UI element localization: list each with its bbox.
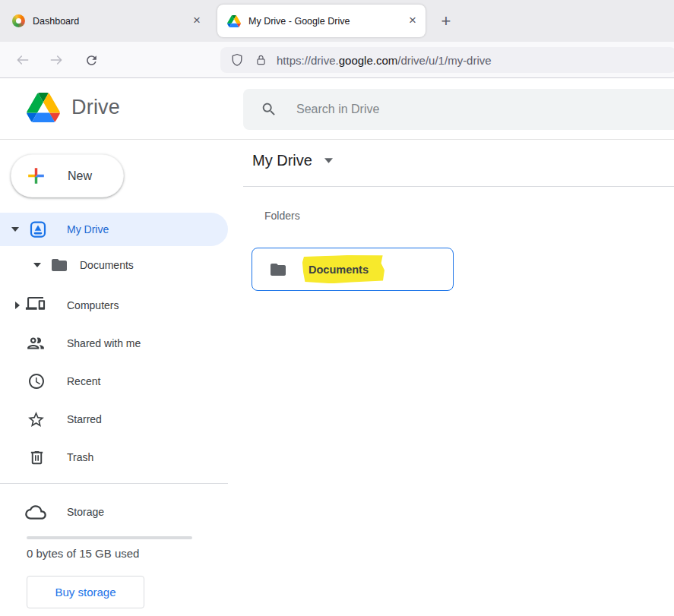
- sidebar-item-label: Recent: [67, 375, 100, 387]
- new-tab-button[interactable]: +: [435, 10, 457, 33]
- close-icon[interactable]: ×: [403, 14, 426, 28]
- buy-storage-button[interactable]: Buy storage: [27, 576, 144, 608]
- tab-my-drive[interactable]: My Drive - Google Drive ×: [217, 5, 426, 37]
- chevron-down-icon[interactable]: [10, 227, 21, 232]
- main-content: My Drive Folders Documents: [228, 140, 674, 616]
- plus-multicolor-icon: [24, 164, 48, 188]
- lock-icon[interactable]: [255, 53, 267, 67]
- sidebar-item-label: Shared with me: [67, 337, 141, 349]
- folder-name-text: Documents: [309, 264, 369, 276]
- address-bar[interactable]: https://drive.google.com/drive/u/1/my-dr…: [220, 47, 674, 73]
- search-icon[interactable]: [261, 101, 277, 118]
- drive-logo-text: Drive: [71, 96, 120, 119]
- sidebar-item-storage[interactable]: Storage: [0, 495, 228, 529]
- close-icon[interactable]: ×: [187, 14, 211, 28]
- folder-name: Documents: [302, 255, 384, 283]
- sidebar-item-trash[interactable]: Trash: [0, 442, 228, 472]
- storage-usage-text: 0 bytes of 15 GB used: [27, 547, 139, 560]
- search-placeholder: Search in Drive: [296, 103, 379, 116]
- sidebar-item-starred[interactable]: Starred: [0, 404, 228, 434]
- page-title-row[interactable]: My Drive: [252, 152, 333, 169]
- new-button-label: New: [68, 169, 92, 183]
- shield-icon[interactable]: [229, 52, 245, 68]
- drive-header: Drive Search in Drive: [0, 78, 674, 140]
- folder-icon: [269, 261, 287, 279]
- browser-toolbar: https://drive.google.com/drive/u/1/my-dr…: [0, 42, 674, 78]
- url-domain: google.com: [339, 54, 398, 67]
- arrow-right-icon: [49, 52, 64, 68]
- shared-people-icon: [26, 333, 46, 353]
- drive-favicon-icon: [227, 15, 241, 27]
- dashboard-favicon-icon: [12, 14, 25, 27]
- back-button[interactable]: [12, 49, 33, 71]
- tab-title: Dashboard: [33, 16, 187, 27]
- folder-icon: [50, 256, 68, 274]
- folder-card-documents[interactable]: Documents: [252, 248, 454, 291]
- new-button[interactable]: New: [11, 154, 124, 197]
- url-prefix: https://drive.: [277, 54, 339, 67]
- sidebar-item-label: Storage: [67, 506, 104, 518]
- sidebar-item-label: Documents: [80, 259, 134, 271]
- clock-icon: [27, 372, 46, 390]
- sidebar-divider: [0, 483, 228, 484]
- content-divider: [243, 186, 674, 187]
- my-drive-icon: [29, 220, 47, 239]
- sidebar-item-computers[interactable]: Computers: [0, 290, 228, 321]
- sidebar-item-label: Starred: [67, 413, 102, 425]
- sidebar-item-label: Computers: [67, 299, 119, 311]
- sidebar-item-my-drive[interactable]: My Drive: [0, 213, 228, 246]
- browser-tab-bar: Dashboard × My Drive - Google Drive × +: [0, 0, 674, 42]
- sidebar-item-label: My Drive: [67, 223, 109, 235]
- computers-icon: [25, 297, 46, 314]
- search-input[interactable]: Search in Drive: [243, 89, 674, 130]
- browser-window: Dashboard × My Drive - Google Drive × +: [0, 0, 674, 616]
- tab-dashboard[interactable]: Dashboard ×: [0, 0, 211, 42]
- sidebar-item-documents[interactable]: Documents: [0, 251, 228, 279]
- page-title: My Drive: [252, 152, 312, 169]
- sidebar: New My Drive Documents: [0, 140, 228, 616]
- reload-button[interactable]: [81, 49, 102, 71]
- highlight-annotation: Documents: [302, 254, 384, 283]
- forward-button[interactable]: [46, 49, 67, 71]
- chevron-right-icon[interactable]: [12, 302, 23, 309]
- star-icon: [27, 410, 46, 429]
- reload-icon: [84, 53, 99, 68]
- cloud-icon: [25, 504, 46, 521]
- tab-title: My Drive - Google Drive: [248, 16, 403, 27]
- storage-progress-bar: [27, 536, 192, 539]
- chevron-down-icon[interactable]: [32, 263, 43, 267]
- sidebar-item-shared-with-me[interactable]: Shared with me: [0, 328, 228, 359]
- sidebar-item-label: Trash: [67, 451, 93, 463]
- folders-section-label: Folders: [264, 210, 300, 222]
- url-text: https://drive.google.com/drive/u/1/my-dr…: [277, 54, 492, 67]
- arrow-left-icon: [15, 52, 30, 68]
- url-path: /drive/u/1/my-drive: [397, 54, 491, 67]
- chevron-down-icon[interactable]: [324, 158, 333, 163]
- sidebar-item-recent[interactable]: Recent: [0, 366, 228, 396]
- drive-logo-icon: [27, 93, 60, 122]
- drive-logo[interactable]: Drive: [27, 93, 120, 122]
- trash-icon: [28, 449, 46, 466]
